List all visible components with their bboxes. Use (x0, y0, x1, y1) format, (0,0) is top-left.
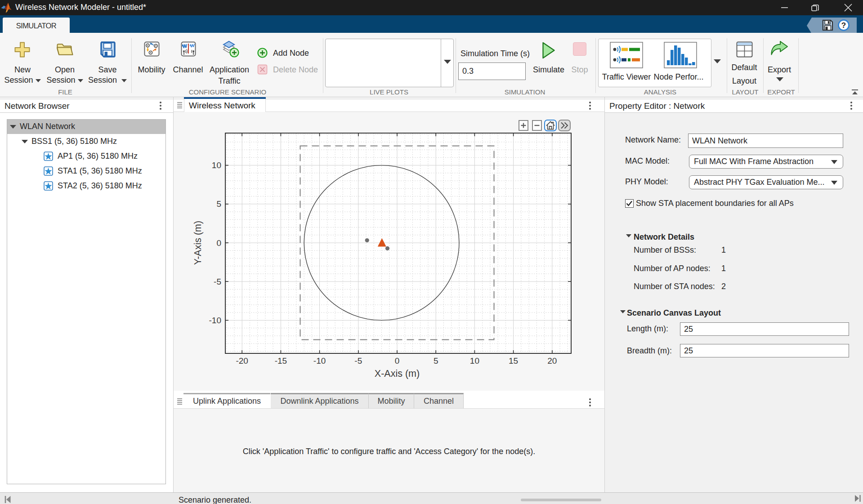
svg-text:0: 0 (216, 238, 221, 248)
svg-text:Y-Axis (m): Y-Axis (m) (192, 221, 203, 265)
svg-text:5: 5 (216, 199, 221, 209)
svg-text:-5: -5 (214, 277, 221, 286)
svg-text:20: 20 (547, 356, 557, 366)
svg-text:-5: -5 (354, 356, 362, 366)
svg-text:-15: -15 (275, 356, 287, 366)
svg-text:15: 15 (509, 356, 518, 366)
svg-text:-20: -20 (236, 356, 248, 366)
svg-text:?: ? (841, 21, 846, 30)
svg-text:10: 10 (470, 356, 479, 366)
svg-text:5: 5 (434, 356, 438, 366)
svg-text:0: 0 (395, 356, 400, 366)
svg-text:X-Axis (m): X-Axis (m) (375, 368, 420, 379)
svg-text:-10: -10 (209, 316, 221, 325)
svg-text:-10: -10 (313, 356, 326, 366)
svg-text:10: 10 (212, 161, 221, 170)
